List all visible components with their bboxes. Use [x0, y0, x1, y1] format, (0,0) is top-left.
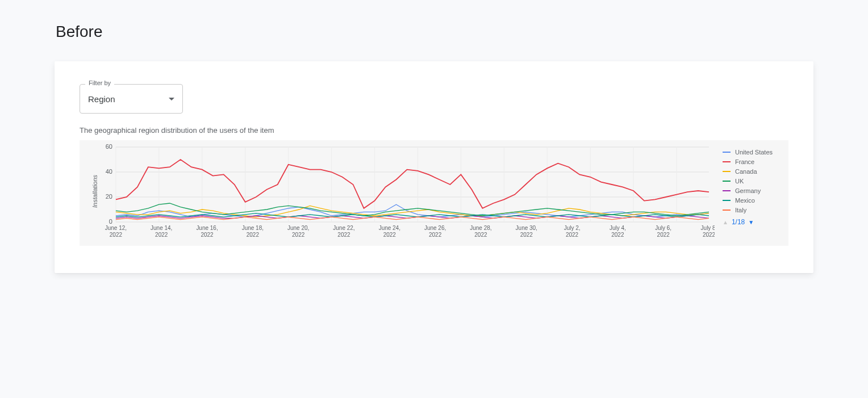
- svg-text:2022: 2022: [566, 232, 579, 238]
- legend-label: UK: [735, 178, 744, 185]
- line-chart: Installations 0204060June 12,2022June 14…: [80, 143, 715, 240]
- svg-text:2022: 2022: [383, 232, 397, 238]
- legend-label: United States: [735, 149, 773, 156]
- filter-label: Filter by: [85, 79, 114, 86]
- svg-text:2022: 2022: [611, 232, 624, 238]
- svg-text:0: 0: [109, 218, 112, 225]
- chart-description: The geographical region distribution of …: [80, 126, 788, 135]
- svg-text:2022: 2022: [337, 232, 350, 238]
- svg-text:2022: 2022: [474, 232, 487, 238]
- svg-text:June 16,: June 16,: [196, 225, 218, 231]
- svg-text:June 12,: June 12,: [105, 225, 127, 231]
- svg-text:June 20,: June 20,: [287, 225, 309, 231]
- svg-text:June 14,: June 14,: [151, 225, 172, 231]
- pager-prev-icon[interactable]: ▲: [723, 219, 728, 225]
- filter-value: Region: [88, 94, 115, 104]
- svg-text:2022: 2022: [247, 232, 260, 238]
- svg-text:60: 60: [106, 143, 112, 150]
- svg-text:July 8,: July 8,: [701, 225, 715, 231]
- filter-by-control: Filter by Region: [80, 84, 183, 114]
- svg-text:June 30,: June 30,: [516, 225, 537, 231]
- svg-text:June 24,: June 24,: [379, 225, 400, 231]
- legend-label: Canada: [735, 168, 757, 175]
- svg-text:June 26,: June 26,: [424, 225, 446, 231]
- svg-text:2022: 2022: [201, 232, 214, 238]
- legend-item[interactable]: Italy: [723, 205, 788, 215]
- legend-label: France: [735, 158, 754, 165]
- legend-label: Italy: [735, 207, 746, 213]
- svg-text:2022: 2022: [292, 232, 305, 238]
- legend-item[interactable]: United States: [723, 147, 788, 157]
- legend-swatch: [723, 171, 731, 172]
- svg-text:20: 20: [106, 193, 112, 200]
- page-title: Before: [56, 23, 813, 41]
- svg-text:2022: 2022: [703, 232, 715, 238]
- svg-text:2022: 2022: [110, 232, 123, 238]
- legend-swatch: [723, 181, 731, 182]
- legend-item[interactable]: Canada: [723, 166, 788, 176]
- y-axis-label: Installations: [91, 175, 98, 208]
- filter-dropdown[interactable]: Region: [80, 84, 183, 114]
- svg-text:2022: 2022: [657, 232, 670, 238]
- legend-item[interactable]: Mexico: [723, 195, 788, 205]
- legend-item[interactable]: France: [723, 157, 788, 166]
- legend-swatch: [723, 190, 731, 191]
- legend-swatch: [723, 200, 731, 201]
- svg-text:June 18,: June 18,: [242, 225, 264, 231]
- svg-text:July 4,: July 4,: [610, 225, 626, 231]
- analytics-card: Filter by Region The geographical region…: [55, 61, 813, 273]
- legend-pager: ▲ 1/18 ▼: [723, 218, 788, 226]
- legend: United StatesFranceCanadaUKGermanyMexico…: [723, 143, 788, 240]
- svg-text:2022: 2022: [155, 232, 168, 238]
- svg-text:June 28,: June 28,: [470, 225, 491, 231]
- legend-item[interactable]: Germany: [723, 186, 788, 195]
- legend-label: Germany: [735, 187, 761, 194]
- svg-text:July 2,: July 2,: [564, 225, 581, 231]
- legend-swatch: [723, 152, 731, 153]
- legend-swatch: [723, 161, 731, 162]
- svg-text:40: 40: [106, 168, 112, 175]
- svg-text:June 22,: June 22,: [333, 225, 354, 231]
- legend-swatch: [723, 210, 731, 211]
- svg-text:2022: 2022: [520, 232, 533, 238]
- chart-area: Installations 0204060June 12,2022June 14…: [80, 140, 788, 246]
- pager-text: 1/18: [732, 218, 745, 226]
- legend-item[interactable]: UK: [723, 176, 788, 186]
- svg-text:July 6,: July 6,: [655, 225, 671, 231]
- chevron-down-icon: [169, 98, 174, 100]
- pager-next-icon[interactable]: ▼: [748, 219, 754, 225]
- legend-label: Mexico: [735, 197, 755, 204]
- svg-text:2022: 2022: [429, 232, 442, 238]
